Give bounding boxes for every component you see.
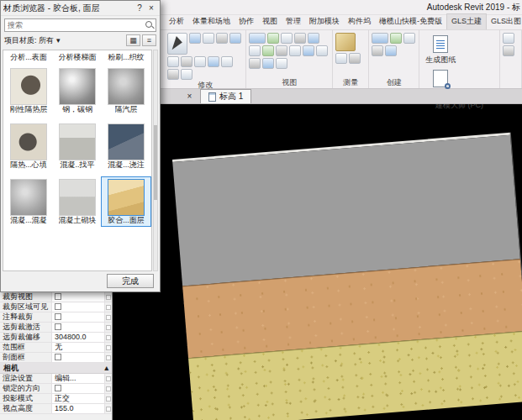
ribbon-tool-icon[interactable] <box>372 45 383 56</box>
projection-mode-value[interactable]: 正交 <box>52 394 104 403</box>
ribbon-tool-icon[interactable] <box>249 45 261 56</box>
material-item[interactable]: 分析楼梯面 <box>53 51 102 63</box>
crop-view-checkbox[interactable] <box>52 292 104 302</box>
wall-assembly-3d[interactable] <box>172 133 522 420</box>
ribbon-tab-massing[interactable]: 体量和场地 <box>188 14 235 29</box>
property-assoc-box[interactable] <box>104 343 112 352</box>
ribbon-tool-icon[interactable] <box>167 56 179 67</box>
ribbon-tool-icon[interactable] <box>262 45 274 56</box>
crop-region-visible-checkbox[interactable] <box>52 302 104 312</box>
material-item-selected[interactable]: 胶合...面层 <box>102 177 150 226</box>
material-item[interactable]: 分析...表面 <box>4 51 53 63</box>
ribbon-tool-icon[interactable] <box>181 69 192 80</box>
panel-label-measure[interactable]: 测量 <box>333 77 368 88</box>
ribbon-tab-componenthub[interactable]: 构件坞 <box>344 14 375 29</box>
ribbon-tool-icon[interactable] <box>503 45 514 56</box>
list-view-button[interactable]: ≡ <box>142 34 156 46</box>
property-assoc-box[interactable] <box>104 353 112 362</box>
ribbon-tool-icon[interactable] <box>249 58 261 69</box>
drawing-area[interactable] <box>113 104 522 420</box>
property-assoc-box[interactable] <box>104 292 112 302</box>
ribbon-tool-icon[interactable] <box>262 58 274 69</box>
ribbon-tool-icon[interactable] <box>289 45 301 56</box>
panel-label-create[interactable]: 创建 <box>369 77 419 88</box>
ribbon-tab-gls-sheets[interactable]: GLS出图 <box>487 14 522 29</box>
property-assoc-box[interactable] <box>104 384 112 393</box>
ribbon-tool-icon[interactable] <box>203 33 214 44</box>
ribbon-tool-icon[interactable] <box>208 56 219 67</box>
scope-box-value[interactable]: 无 <box>52 343 104 352</box>
dialog-titlebar[interactable]: 材质浏览器 - 胶合板, 面层 ? × <box>1 1 160 16</box>
ribbon-tool-icon[interactable] <box>167 69 179 80</box>
ribbon-tab-gls-structure[interactable]: GLS土建 <box>446 13 487 29</box>
property-assoc-box[interactable] <box>104 302 112 312</box>
property-row: 范围框 无 <box>0 343 112 353</box>
ribbon-tool-icon[interactable] <box>181 56 192 67</box>
ribbon-tool-icon[interactable] <box>249 33 266 44</box>
ribbon-tool-icon[interactable] <box>403 33 415 44</box>
project-materials-filter[interactable]: 项目材质: 所有 ▾ <box>4 35 124 46</box>
far-clip-active-checkbox[interactable] <box>52 323 104 332</box>
ribbon-tab-view[interactable]: 视图 <box>258 14 282 29</box>
material-item[interactable]: 混凝土砌块 <box>53 177 102 226</box>
generate-sheet-button[interactable]: 生成图纸 <box>422 33 459 66</box>
ribbon-tool-icon[interactable] <box>294 33 306 44</box>
ribbon-tool-icon[interactable] <box>267 33 279 44</box>
material-item[interactable]: 混凝..找平 <box>53 122 102 171</box>
done-button[interactable]: 完成 <box>107 274 154 288</box>
ribbon-tab-glodon-free[interactable]: 橄榄山快模-免费版 <box>375 14 446 29</box>
ribbon-tool-icon[interactable] <box>316 45 328 56</box>
ribbon-tool-icon[interactable] <box>349 53 361 64</box>
ribbon-tool-icon[interactable] <box>372 33 388 44</box>
ribbon-tab-collaborate[interactable]: 协作 <box>235 14 258 29</box>
view-tab-level-1[interactable]: 标高 1 <box>200 89 251 103</box>
material-search-input[interactable] <box>5 21 144 29</box>
close-view-icon[interactable]: × <box>183 91 196 103</box>
ribbon-tool-icon[interactable] <box>189 33 201 44</box>
ribbon-tool-icon[interactable] <box>308 33 319 44</box>
ribbon-tool-icon[interactable] <box>221 56 233 67</box>
ribbon-tool-icon[interactable] <box>390 33 402 44</box>
ribbon-tab-manage[interactable]: 管理 <box>282 14 305 29</box>
close-icon[interactable]: × <box>145 3 157 13</box>
material-item[interactable]: 混凝...混凝 <box>4 177 53 226</box>
annotation-crop-checkbox[interactable] <box>52 312 104 322</box>
material-item[interactable]: 粉刷...织纹 <box>102 51 150 63</box>
ribbon-tool-icon[interactable] <box>385 45 397 56</box>
far-clip-offset-value[interactable]: 304800.0 <box>52 333 104 342</box>
ribbon-tool-icon[interactable] <box>503 33 514 44</box>
measure-icon[interactable] <box>335 33 356 51</box>
ribbon-tool-icon[interactable] <box>276 45 287 56</box>
material-item[interactable]: 钢，碳钢 <box>53 66 102 115</box>
property-assoc-box[interactable] <box>104 394 112 403</box>
property-assoc-box[interactable] <box>104 312 112 322</box>
ribbon-tool-icon[interactable] <box>335 53 347 64</box>
help-icon[interactable]: ? <box>134 3 145 13</box>
ribbon-tool-icon[interactable] <box>216 33 228 44</box>
property-assoc-box[interactable] <box>104 323 112 332</box>
panel-label-view[interactable]: 视图 <box>246 77 332 88</box>
material-item[interactable]: 隔热...心填 <box>4 122 53 171</box>
property-assoc-box[interactable] <box>104 374 112 383</box>
material-item[interactable]: 混凝...浇注 <box>102 122 150 171</box>
ribbon-tab-addins[interactable]: 附加模块 <box>305 14 344 29</box>
property-group-camera[interactable]: 相机 ▴ <box>0 363 112 374</box>
ribbon-tool-icon[interactable] <box>276 58 287 69</box>
property-assoc-box[interactable] <box>104 404 112 413</box>
material-list-scrollbar[interactable] <box>153 50 158 271</box>
ribbon-tool-icon[interactable] <box>194 56 206 67</box>
grid-view-button[interactable]: ▦ <box>126 34 140 46</box>
material-item[interactable]: 刚性隔热层 <box>4 66 53 115</box>
ribbon-tab-analyze[interactable]: 分析 <box>165 14 188 29</box>
locked-orientation-checkbox[interactable] <box>52 384 104 393</box>
select-pointer-icon[interactable] <box>167 33 187 55</box>
ribbon-tool-icon[interactable] <box>303 45 314 56</box>
property-assoc-box[interactable] <box>104 333 112 342</box>
render-settings-edit-button[interactable]: 编辑... <box>52 374 104 383</box>
scrollbar-thumb[interactable] <box>154 125 157 200</box>
eye-elevation-value[interactable]: 155.0 <box>52 404 104 413</box>
section-box-checkbox[interactable] <box>52 353 104 362</box>
ribbon-tool-icon[interactable] <box>281 33 293 44</box>
material-item[interactable]: 隔汽层 <box>102 66 150 115</box>
ribbon-tool-icon[interactable] <box>229 33 241 44</box>
